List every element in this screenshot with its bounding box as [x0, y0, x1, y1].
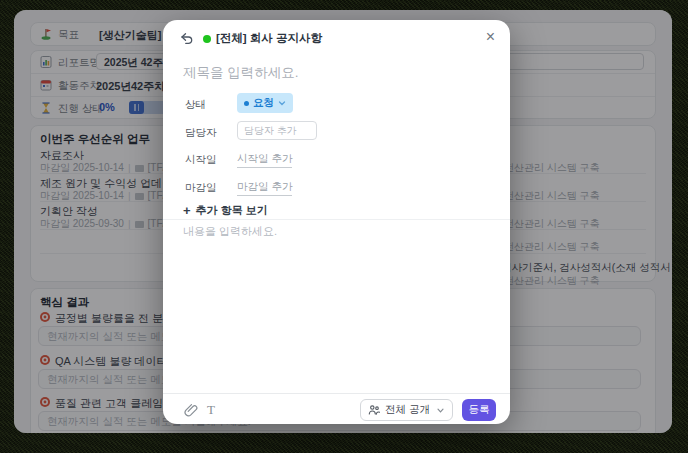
- app-root: 목표 [생산기술팀] 공정 리포트명 2025년 42주차 - 활동주차 202…: [0, 0, 688, 453]
- notice-modal: [전체] 회사 공지사항 × 제목을 입력하세요. 상태 요청 담당자 담당자 …: [163, 20, 510, 424]
- chevron-down-icon: [436, 406, 445, 415]
- plus-icon: +: [183, 204, 191, 217]
- close-icon[interactable]: ×: [484, 27, 497, 47]
- assignee-label: 담당자: [185, 126, 217, 140]
- visibility-select[interactable]: 전체 공개: [360, 399, 453, 421]
- assignee-input[interactable]: 담당자 추가: [237, 121, 317, 140]
- status-label: 상태: [185, 98, 206, 112]
- status-dot-blue: [244, 101, 249, 106]
- title-input[interactable]: 제목을 입력하세요.: [183, 64, 299, 82]
- submit-button[interactable]: 등록: [462, 399, 496, 421]
- show-more-fields-button[interactable]: + 추가 항목 보기: [183, 203, 268, 218]
- status-dot-green: [203, 35, 211, 43]
- start-date-label: 시작일: [185, 153, 217, 167]
- attachment-button[interactable]: [184, 403, 199, 418]
- chevron-down-icon: [278, 99, 286, 107]
- modal-title: [전체] 회사 공지사항: [216, 31, 322, 46]
- divider: [163, 219, 510, 220]
- paperclip-icon: [184, 403, 199, 418]
- add-start-date-link[interactable]: 시작일 추가: [237, 152, 292, 168]
- due-date-label: 마감일: [185, 181, 217, 195]
- add-due-date-link[interactable]: 마감일 추가: [237, 180, 292, 196]
- content-input[interactable]: 내용을 입력하세요.: [183, 224, 277, 239]
- footer-divider: [163, 393, 510, 394]
- back-button[interactable]: [179, 31, 195, 47]
- text-format-button[interactable]: T: [207, 402, 215, 418]
- people-icon: [368, 404, 380, 416]
- status-select[interactable]: 요청: [237, 93, 293, 113]
